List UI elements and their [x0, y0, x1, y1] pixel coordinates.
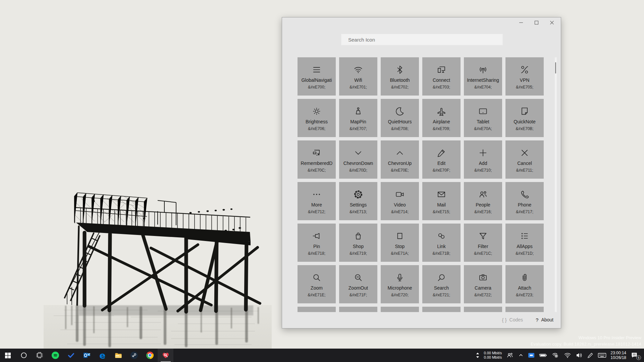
- people-button[interactable]: [505, 351, 515, 360]
- tile-name: Link: [437, 244, 446, 249]
- clock-button[interactable]: 23:00:14 10/26/18: [609, 350, 627, 361]
- icon-tile[interactable]: Stop &#xE71A;: [381, 224, 419, 262]
- tray-blue-app-button[interactable]: [527, 352, 536, 359]
- tile-glyph-icon: [312, 57, 322, 75]
- tile-glyph-icon: [478, 224, 488, 241]
- blue-checkmark-icon: [67, 351, 75, 359]
- wifi-button[interactable]: [562, 351, 573, 359]
- tile-glyph-icon: [436, 265, 446, 283]
- tile-name: MapPin: [350, 119, 366, 124]
- icon-tile[interactable]: Cancel &#xE711;: [505, 140, 544, 179]
- task-view-button[interactable]: [32, 349, 47, 362]
- system-tray: 0.00 Mbit/s 0.00 Mbit/s: [475, 349, 644, 362]
- hidden-icons-button[interactable]: [517, 352, 525, 359]
- tile-glyph-icon: [395, 140, 405, 158]
- tile-name: Stop: [395, 244, 405, 249]
- tasks-app-button[interactable]: [63, 349, 79, 362]
- minimize-button[interactable]: [513, 17, 529, 27]
- codes-button[interactable]: { } Codes: [500, 317, 525, 323]
- tile-glyph-icon: [353, 99, 363, 116]
- maximize-button[interactable]: [529, 17, 544, 27]
- icon-tile[interactable]: QuickNote &#xE70B;: [505, 99, 544, 137]
- icon-tile[interactable]: People &#xE716;: [464, 182, 502, 220]
- icon-tile[interactable]: Phone &#xE717;: [505, 182, 544, 220]
- cortana-button[interactable]: [16, 349, 32, 362]
- windows-ink-button[interactable]: [586, 351, 595, 359]
- character-map-taskbar-button[interactable]: [158, 349, 173, 362]
- icon-tile[interactable]: Zoom &#xE71E;: [298, 265, 336, 303]
- icon-tile[interactable]: Add &#xE710;: [464, 140, 502, 179]
- action-center-button[interactable]: 5: [629, 351, 639, 360]
- touch-keyboard-button[interactable]: [597, 351, 607, 359]
- tile-code: &#xE70C;: [308, 168, 326, 173]
- insider-watermark: Windows 10 Pro Insider Preview Evaluatio…: [531, 335, 641, 347]
- icon-tile[interactable]: RememberedD &#xE70C;: [298, 140, 336, 179]
- volume-button[interactable]: [575, 351, 584, 359]
- tile-code: &#xE71A;: [391, 251, 409, 256]
- icon-tile[interactable]: Wifi &#xE701;: [339, 57, 377, 96]
- icon-tile[interactable]: Airplane &#xE709;: [422, 99, 461, 137]
- tile-code: &#xE71D;: [516, 251, 534, 256]
- tile-name: People: [476, 202, 490, 207]
- about-button[interactable]: ? About: [534, 317, 555, 323]
- icon-tile[interactable]: Connect &#xE703;: [422, 57, 461, 96]
- icon-tile[interactable]: Pin &#xE718;: [298, 224, 336, 262]
- folder-icon: [114, 351, 122, 359]
- tile-glyph-icon: [520, 57, 530, 75]
- edge-button[interactable]: e: [95, 349, 110, 362]
- sync-paused-button[interactable]: [550, 351, 560, 360]
- tile-glyph-icon: [436, 182, 446, 199]
- icon-tile[interactable]: Brightness &#xE706;: [298, 99, 336, 137]
- icon-tile[interactable]: ChevronDown &#xE70D;: [339, 140, 377, 179]
- scrollbar-thumb[interactable]: [555, 62, 556, 73]
- icon-tile[interactable]: Microphone &#xE720;: [381, 265, 419, 303]
- icon-tile[interactable]: Filter &#xE71C;: [464, 224, 502, 262]
- chrome-button[interactable]: [142, 349, 158, 362]
- icon-tile[interactable]: AllApps &#xE71D;: [505, 224, 544, 262]
- steam-button[interactable]: [126, 349, 142, 362]
- icon-tile[interactable]: MapPin &#xE707;: [339, 99, 377, 137]
- icon-tile[interactable]: More &#xE712;: [298, 182, 336, 220]
- icon-tile[interactable]: Shop &#xE719;: [339, 224, 377, 262]
- tile-code: &#xE704;: [474, 85, 492, 89]
- tile-name: Edit: [437, 161, 445, 166]
- file-explorer-button[interactable]: [110, 349, 126, 362]
- edge-icon: e: [99, 351, 105, 360]
- icon-tile[interactable]: Bluetooth &#xE702;: [381, 57, 419, 96]
- tile-name: Tablet: [477, 119, 489, 124]
- icon-tile[interactable]: Mail &#xE715;: [422, 182, 461, 220]
- network-monitor-arrows[interactable]: [475, 351, 481, 360]
- about-label: About: [541, 317, 553, 322]
- icon-tile[interactable]: ZoomOut &#xE71F;: [339, 265, 377, 303]
- icon-tile[interactable]: Video &#xE714;: [381, 182, 419, 220]
- icon-tile[interactable]: Camera &#xE722;: [464, 265, 502, 303]
- icon-tile[interactable]: Settings &#xE713;: [339, 182, 377, 220]
- icon-tile[interactable]: VPN &#xE705;: [505, 57, 544, 96]
- tile-code: &#xE700;: [308, 85, 325, 89]
- network-down-speed: 0.00 Mbit/s: [484, 355, 502, 360]
- spotify-button[interactable]: [47, 349, 63, 362]
- start-button[interactable]: [0, 349, 16, 362]
- outlook-button[interactable]: [79, 349, 95, 362]
- tile-code: &#xE706;: [308, 126, 325, 131]
- icon-tile[interactable]: Link &#xE71B;: [422, 224, 461, 262]
- clock-date: 10/26/18: [610, 355, 626, 360]
- tile-glyph-icon: [436, 99, 446, 116]
- icon-tile[interactable]: Tablet &#xE70A;: [464, 99, 502, 137]
- icon-tile[interactable]: InternetSharing &#xE704;: [464, 57, 502, 96]
- icon-tile[interactable]: QuietHours &#xE708;: [381, 99, 419, 137]
- close-button[interactable]: [544, 17, 559, 27]
- tile-code: &#xE70A;: [474, 126, 492, 131]
- icon-tile[interactable]: Search &#xE721;: [422, 265, 461, 303]
- tile-name: VPN: [520, 77, 530, 83]
- icon-tile[interactable]: Edit &#xE70F;: [422, 140, 461, 179]
- tile-code: &#xE712;: [308, 209, 325, 214]
- titlebar: [513, 17, 559, 28]
- icon-tile[interactable]: Attach &#xE723;: [505, 265, 544, 303]
- icon-tile[interactable]: ChevronUp &#xE70E;: [381, 140, 419, 179]
- icon-tile[interactable]: GlobalNavigati &#xE700;: [298, 57, 336, 96]
- battery-button[interactable]: [538, 351, 548, 359]
- search-input[interactable]: [341, 34, 503, 45]
- sync-paused-icon: [551, 352, 559, 359]
- network-speed-readout[interactable]: 0.00 Mbit/s 0.00 Mbit/s: [483, 350, 503, 360]
